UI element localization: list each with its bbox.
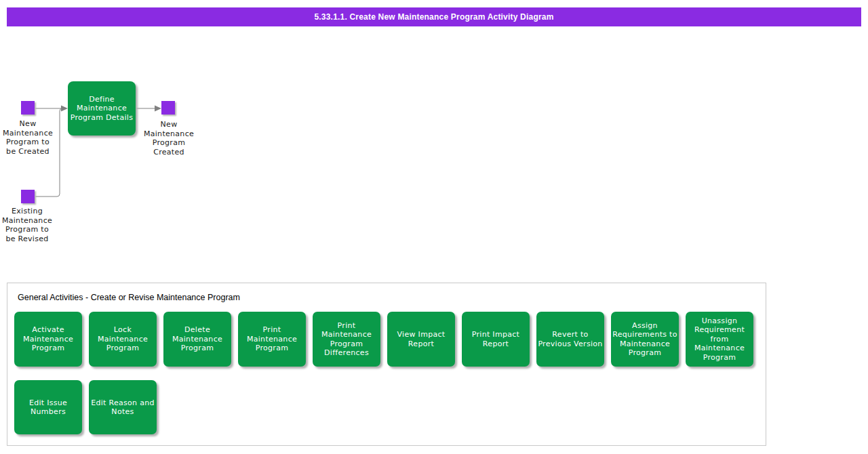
general-activities-panel: General Activities - Create or Revise Ma…	[7, 283, 766, 446]
button-label: View Impact Report	[387, 330, 455, 348]
button-delete-maintenance-program[interactable]: Delete Maintenance Program	[163, 312, 231, 367]
button-edit-reason-and-notes[interactable]: Edit Reason and Notes	[89, 380, 157, 434]
button-label: Edit Reason and Notes	[89, 398, 157, 417]
start-node-existing-program-label: Existing Maintenance Program to be Revis…	[0, 207, 58, 243]
page-title: 5.33.1.1. Create New Maintenance Program…	[314, 12, 553, 22]
end-node-program-created-label: New Maintenance Program Created	[138, 120, 200, 157]
button-label: Activate Maintenance Program	[14, 325, 82, 353]
button-view-impact-report[interactable]: View Impact Report	[387, 312, 455, 367]
arrowhead-into-created	[155, 106, 161, 112]
activity-define-maintenance-program-details[interactable]: Define Maintenance Program Details	[68, 81, 136, 136]
button-revert-to-previous-version[interactable]: Revert to Previous Version	[536, 312, 604, 367]
start-node-new-program-label: New Maintenance Program to be Created	[0, 119, 59, 156]
button-label: Assign Requirements to Maintenance Progr…	[611, 321, 679, 358]
end-node-program-created-icon	[161, 101, 175, 115]
button-edit-issue-numbers[interactable]: Edit Issue Numbers	[14, 380, 82, 434]
button-lock-maintenance-program[interactable]: Lock Maintenance Program	[89, 312, 157, 367]
button-unassign-requirement-from-maintenance-program[interactable]: Unassign Requirement from Maintenance Pr…	[686, 312, 753, 367]
button-label: Revert to Previous Version	[536, 330, 604, 348]
button-label: Edit Issue Numbers	[14, 398, 82, 417]
button-activate-maintenance-program[interactable]: Activate Maintenance Program	[14, 312, 82, 367]
button-label: Lock Maintenance Program	[89, 325, 157, 353]
activity-label: Define Maintenance Program Details	[68, 95, 136, 123]
button-label: Print Impact Report	[462, 330, 530, 348]
title-bar: 5.33.1.1. Create New Maintenance Program…	[7, 7, 861, 26]
button-print-impact-report[interactable]: Print Impact Report	[462, 312, 530, 367]
button-assign-requirements-to-maintenance-program[interactable]: Assign Requirements to Maintenance Progr…	[611, 312, 679, 367]
button-label: Delete Maintenance Program	[163, 325, 231, 353]
activity-diagram-page: 5.33.1.1. Create New Maintenance Program…	[0, 0, 868, 454]
button-print-maintenance-program-differences[interactable]: Print Maintenance Program Differences	[313, 312, 380, 367]
button-print-maintenance-program[interactable]: Print Maintenance Program	[238, 312, 306, 367]
general-activities-panel-title: General Activities - Create or Revise Ma…	[18, 293, 240, 302]
button-label: Print Maintenance Program	[238, 325, 306, 353]
start-node-new-program-icon	[21, 101, 35, 115]
start-node-existing-program-icon	[21, 190, 35, 203]
arrowhead-into-activity	[61, 106, 68, 112]
button-label: Print Maintenance Program Differences	[313, 321, 380, 358]
button-label: Unassign Requirement from Maintenance Pr…	[686, 316, 753, 363]
